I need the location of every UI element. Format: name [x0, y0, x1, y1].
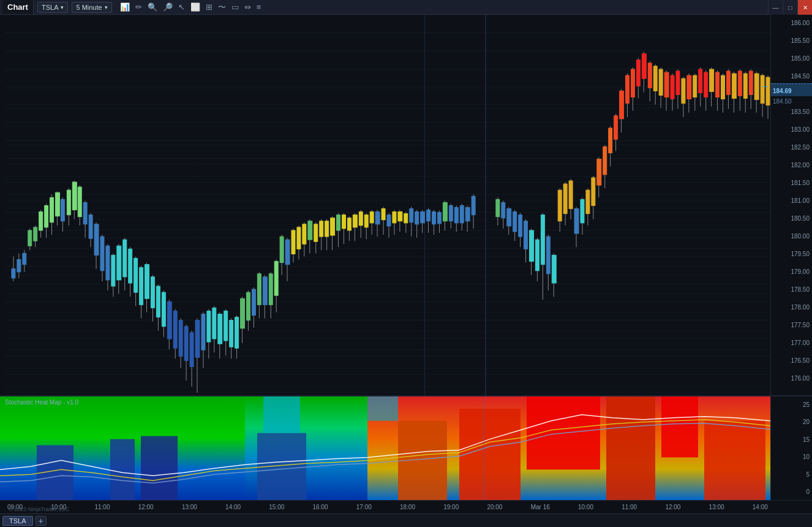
svg-rect-298 [606, 396, 655, 500]
svg-rect-57 [100, 237, 104, 271]
svg-rect-296 [459, 409, 521, 500]
svg-rect-187 [465, 208, 470, 221]
svg-rect-261 [693, 75, 697, 97]
svg-rect-119 [274, 262, 278, 296]
time-label-1500: 15:00 [269, 504, 284, 510]
svg-rect-201 [524, 221, 528, 249]
time-label-mar16: Mar 16 [531, 504, 550, 510]
svg-rect-37 [45, 206, 48, 227]
svg-rect-263 [699, 69, 702, 93]
svg-rect-257 [682, 78, 685, 103]
toolbar: 📊 ✏ 🔍 🔎 ↖ ⬜ ⊞ 〜 ▭ ⇔ ≡ [118, 1, 263, 14]
svg-rect-53 [89, 215, 92, 238]
svg-rect-161 [393, 212, 396, 223]
svg-rect-27 [17, 260, 21, 272]
svg-rect-302 [367, 396, 398, 421]
tab-tsla[interactable]: TSLA [2, 516, 33, 526]
svg-rect-213 [558, 190, 562, 221]
svg-rect-167 [410, 209, 413, 222]
svg-rect-147 [353, 215, 357, 227]
bar-chart-icon[interactable]: 📊 [118, 1, 132, 13]
svg-rect-105 [235, 317, 239, 349]
svg-rect-123 [285, 240, 290, 264]
svg-rect-189 [472, 196, 475, 214]
svg-rect-55 [94, 224, 99, 256]
svg-rect-117 [269, 274, 273, 305]
svg-rect-211 [552, 255, 556, 283]
svg-rect-165 [404, 214, 408, 223]
svg-rect-223 [586, 190, 590, 213]
time-label-1400b: 14:00 [753, 504, 768, 510]
svg-rect-173 [427, 210, 430, 221]
svg-rect-71 [140, 268, 143, 305]
wave-icon[interactable]: 〜 [216, 1, 228, 14]
time-label-1900: 19:00 [443, 504, 459, 510]
svg-rect-169 [415, 212, 419, 224]
heatmap-chart [0, 396, 770, 500]
svg-rect-281 [749, 71, 753, 94]
svg-rect-63 [117, 246, 121, 280]
pencil-icon[interactable]: ✏ [133, 1, 144, 13]
svg-rect-45 [67, 190, 70, 214]
svg-rect-217 [569, 181, 573, 209]
svg-rect-181 [449, 206, 453, 221]
price-label-180-5: 180.50 [791, 215, 810, 222]
chart-container: 184.69 184.50 → 186.00 185.50 185.00 184… [0, 15, 812, 527]
svg-rect-277 [738, 71, 742, 96]
time-label-1800: 18:00 [400, 504, 415, 510]
svg-rect-115 [263, 277, 267, 305]
cursor-icon[interactable]: ↖ [176, 1, 187, 13]
expand-icon[interactable]: ⇔ [242, 1, 253, 13]
list-icon[interactable]: ≡ [255, 1, 263, 13]
svg-rect-79 [162, 292, 165, 327]
svg-rect-93 [201, 314, 205, 351]
grid-icon[interactable]: ⊞ [204, 1, 214, 13]
svg-rect-33 [34, 227, 37, 241]
price-label-183: 183.00 [791, 126, 810, 133]
zoom-out-icon[interactable]: 🔎 [161, 1, 175, 13]
indicator-label-5: 5 [773, 471, 810, 478]
svg-rect-163 [398, 212, 402, 221]
minimize-button[interactable]: — [768, 0, 783, 15]
svg-rect-301 [263, 396, 300, 433]
svg-rect-133 [314, 224, 318, 241]
svg-rect-153 [370, 212, 374, 223]
copyright: © 2023 NinjaTrader, LLC [9, 506, 69, 512]
svg-rect-61 [111, 255, 115, 286]
price-label-182: 182.00 [791, 162, 810, 169]
svg-rect-127 [297, 227, 301, 249]
svg-rect-47 [72, 182, 77, 210]
price-label-183-5: 183.50 [791, 108, 810, 115]
timeframe-dropdown[interactable]: 5 Minute [72, 2, 111, 13]
svg-rect-149 [359, 212, 363, 226]
time-label-1200b: 12:00 [665, 504, 680, 510]
price-label-179: 179.00 [791, 268, 810, 275]
svg-rect-197 [513, 212, 517, 232]
main-chart[interactable]: 184.69 184.50 → 186.00 185.50 185.00 184… [0, 15, 812, 396]
svg-rect-300 [704, 421, 765, 500]
svg-rect-175 [432, 212, 436, 224]
svg-rect-95 [207, 311, 211, 342]
svg-rect-185 [460, 206, 464, 223]
svg-rect-290 [110, 439, 135, 500]
svg-rect-273 [726, 71, 730, 94]
svg-rect-67 [129, 249, 132, 283]
svg-rect-69 [134, 258, 138, 292]
add-tab-button[interactable]: + [36, 516, 47, 526]
box-icon[interactable]: ▭ [230, 1, 241, 13]
svg-rect-73 [145, 265, 149, 299]
svg-rect-107 [241, 298, 245, 328]
close-button[interactable]: ✕ [797, 0, 812, 15]
price-label-179-5: 179.50 [791, 251, 810, 257]
time-label-1200: 12:00 [138, 504, 154, 510]
svg-rect-103 [230, 320, 233, 347]
drawing-icon[interactable]: ⬜ [189, 1, 202, 13]
symbol-dropdown[interactable]: TSLA [37, 2, 69, 13]
svg-rect-59 [106, 246, 110, 280]
svg-rect-193 [502, 202, 505, 218]
maximize-button[interactable]: □ [783, 0, 797, 15]
svg-rect-145 [347, 218, 351, 230]
titlebar: Chart TSLA 5 Minute 📊 ✏ 🔍 🔎 ↖ ⬜ ⊞ 〜 ▭ ⇔ … [0, 0, 812, 15]
svg-rect-159 [387, 215, 391, 226]
zoom-in-icon[interactable]: 🔍 [146, 1, 159, 13]
